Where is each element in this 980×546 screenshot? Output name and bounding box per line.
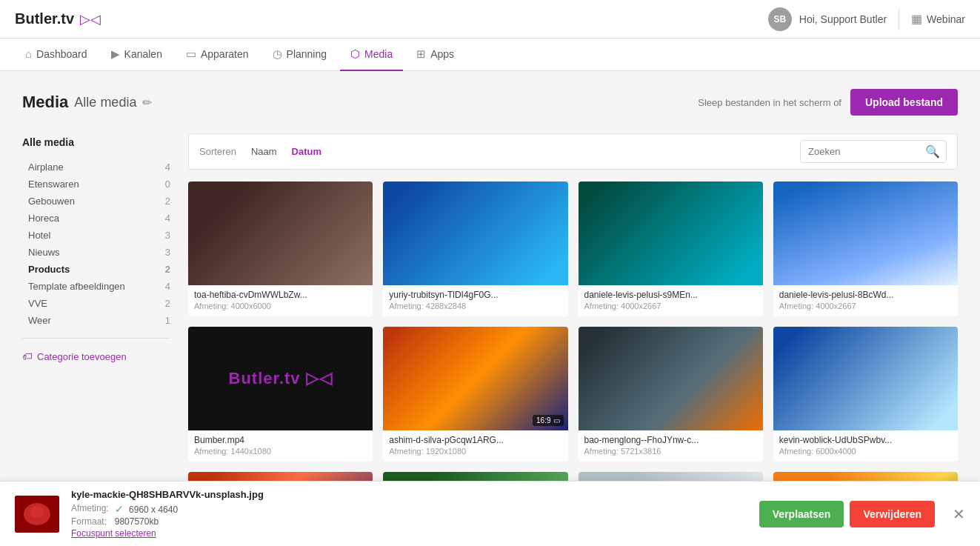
sidebar-item-count: 3 [165, 230, 170, 241]
sidebar-item-label: Hotel [28, 230, 50, 241]
nav-apparaten-label: Apparaten [201, 48, 249, 60]
edit-icon[interactable]: ✏ [142, 96, 152, 110]
media-card[interactable]: toa-heftiba-cvDmWWLbZw... Afmeting: 4000… [188, 182, 373, 316]
avatar: SB [768, 7, 792, 31]
media-name: ashim-d-silva-pGcqw1ARG... [389, 435, 561, 445]
nav-kanalen[interactable]: ▶ Kanalen [101, 39, 173, 71]
nav-dashboard-label: Dashboard [36, 48, 87, 60]
sidebar-item-label: Template afbeeldingen [28, 281, 125, 292]
sidebar-item-horeca[interactable]: Horeca4 [22, 210, 170, 227]
media-card[interactable]: daniele-levis-pelusi-8BcWd... Afmeting: … [773, 182, 958, 316]
media-thumbnail [383, 182, 567, 285]
drop-hint: Sleep bestanden in het scherm of [698, 97, 841, 108]
media-name: yuriy-trubitsyn-TlDI4gF0G... [389, 290, 561, 300]
sidebar-item-label: Airplane [28, 162, 64, 173]
media-thumbnail [773, 182, 958, 285]
search-button[interactable]: 🔍 [919, 141, 946, 162]
sidebar-item-etenswaren[interactable]: Etenswaren0 [22, 176, 170, 193]
page-subtitle: Alle media [74, 95, 136, 110]
add-category-label: Categorie toevoegen [37, 351, 127, 362]
sidebar-item-products[interactable]: Products2 [22, 261, 170, 278]
nav-dashboard[interactable]: ⌂ Dashboard [15, 39, 98, 71]
webinar-label: Webinar [927, 13, 965, 25]
media-thumbnail [579, 327, 763, 430]
planning-icon: ◷ [273, 47, 282, 61]
media-name: daniele-levis-pelusi-8BcWd... [779, 290, 952, 300]
sidebar-item-vve[interactable]: VVE2 [22, 295, 170, 312]
notif-value-afmeting: ✓ 6960 x 4640 [115, 503, 747, 515]
add-category-button[interactable]: 🏷 Categorie toevoegen [22, 347, 170, 365]
focus-select-link[interactable]: Focuspunt selecteren [71, 528, 747, 539]
media-name: Bumber.mp4 [194, 435, 367, 445]
nav-planning-label: Planning [287, 48, 327, 60]
media-card[interactable]: kevin-woblick-UdUbSPwbv... Afmeting: 600… [773, 327, 958, 462]
nav-media[interactable]: ⬡ Media [340, 39, 403, 71]
video-badge: 16:9 ▭ [533, 415, 563, 426]
nav-apparaten[interactable]: ▭ Apparaten [176, 39, 259, 71]
topbar-divider [899, 8, 899, 30]
media-thumbnail [579, 182, 763, 285]
sidebar-item-weer[interactable]: Weer1 [22, 312, 170, 329]
logo-icon: ▷◁ [80, 11, 101, 27]
close-notification-button[interactable]: ✕ [953, 505, 965, 523]
media-thumbnail: Butler.tv ▷◁ [188, 327, 373, 430]
sidebar-item-label: Gebouwen [28, 196, 75, 207]
notif-filename: kyle-mackie-QH8SHBARVVk-unsplash.jpg [71, 489, 747, 500]
sidebar-categories: Airplane4Etenswaren0Gebouwen2Horeca4Hote… [22, 159, 170, 329]
media-card[interactable]: bao-menglong--FhoJYnw-c... Afmeting: 572… [579, 327, 763, 462]
greeting-text: Hoi, Support Butler [799, 13, 887, 25]
home-icon: ⌂ [25, 47, 32, 60]
sidebar-item-count: 2 [165, 196, 170, 207]
media-name: bao-menglong--FhoJYnw-c... [584, 435, 757, 445]
sidebar-item-count: 0 [165, 179, 170, 190]
notification-bar: kyle-mackie-QH8SHBARVVk-unsplash.jpg Afm… [0, 481, 980, 546]
screen-icon: ▭ [553, 416, 560, 425]
sort-datum-button[interactable]: Datum [284, 146, 329, 157]
media-thumbnail [188, 182, 373, 285]
sidebar-item-count: 3 [165, 247, 170, 258]
nav-media-label: Media [364, 48, 393, 60]
media-size: Afmeting: 1920x1080 [389, 447, 561, 456]
media-card[interactable]: daniele-levis-pelusi-s9MEn... Afmeting: … [579, 182, 763, 316]
toolbar: Sorteren Naam Datum 🔍 [188, 133, 958, 170]
webinar-button[interactable]: ▦ Webinar [911, 12, 965, 26]
sidebar-item-nieuws[interactable]: Nieuws3 [22, 244, 170, 261]
nav-planning[interactable]: ◷ Planning [262, 39, 338, 71]
notif-details: kyle-mackie-QH8SHBARVVk-unsplash.jpg Afm… [71, 489, 747, 539]
media-card[interactable]: yuriy-trubitsyn-TlDI4gF0G... Afmeting: 4… [383, 182, 567, 316]
nav-apps[interactable]: ⊞ Apps [406, 39, 464, 71]
main-wrapper: Media Alle media ✏ Sleep bestanden in he… [0, 71, 980, 546]
tag-icon: 🏷 [22, 350, 33, 362]
notif-label-formaat: Formaat: [71, 516, 109, 527]
media-icon: ⬡ [350, 47, 360, 61]
sidebar-item-count: 1 [165, 315, 170, 326]
sidebar-divider [22, 338, 170, 339]
search-container: 🔍 [800, 140, 947, 163]
devices-icon: ▭ [186, 47, 196, 61]
media-card[interactable]: 16:9 ▭ ashim-d-silva-pGcqw1ARG... Afmeti… [383, 327, 567, 462]
media-info: ashim-d-silva-pGcqw1ARG... Afmeting: 192… [383, 430, 567, 462]
notif-thumbnail [15, 496, 59, 533]
sort-naam-button[interactable]: Naam [244, 146, 284, 157]
sidebar-item-hotel[interactable]: Hotel3 [22, 227, 170, 244]
search-input[interactable] [801, 142, 919, 161]
media-thumbnail: 16:9 ▭ [383, 327, 567, 430]
nav-apps-label: Apps [430, 48, 454, 60]
delete-button[interactable]: Verwijderen [850, 501, 935, 527]
sidebar-item-airplane[interactable]: Airplane4 [22, 159, 170, 176]
logo-text: Butler.tv [15, 10, 74, 27]
upload-button[interactable]: Upload bestand [850, 89, 958, 116]
move-button[interactable]: Verplaatsen [759, 501, 844, 527]
media-card[interactable]: Butler.tv ▷◁ Bumber.mp4 Afmeting: 1440x1… [188, 327, 373, 462]
sidebar-item-gebouwen[interactable]: Gebouwen2 [22, 193, 170, 210]
greeting-area: SB Hoi, Support Butler [768, 7, 887, 31]
media-info: daniele-levis-pelusi-8BcWd... Afmeting: … [773, 285, 958, 316]
media-size: Afmeting: 4000x2667 [584, 302, 757, 310]
media-info: toa-heftiba-cvDmWWLbZw... Afmeting: 4000… [188, 285, 373, 316]
media-size: Afmeting: 6000x4000 [779, 447, 952, 456]
sidebar-item-template[interactable]: Template afbeeldingen4 [22, 278, 170, 295]
sidebar-all[interactable]: Alle media [22, 133, 170, 151]
sidebar-item-count: 4 [165, 281, 170, 292]
media-info: Bumber.mp4 Afmeting: 1440x1080 [188, 430, 373, 462]
nav-kanalen-label: Kanalen [124, 48, 162, 60]
